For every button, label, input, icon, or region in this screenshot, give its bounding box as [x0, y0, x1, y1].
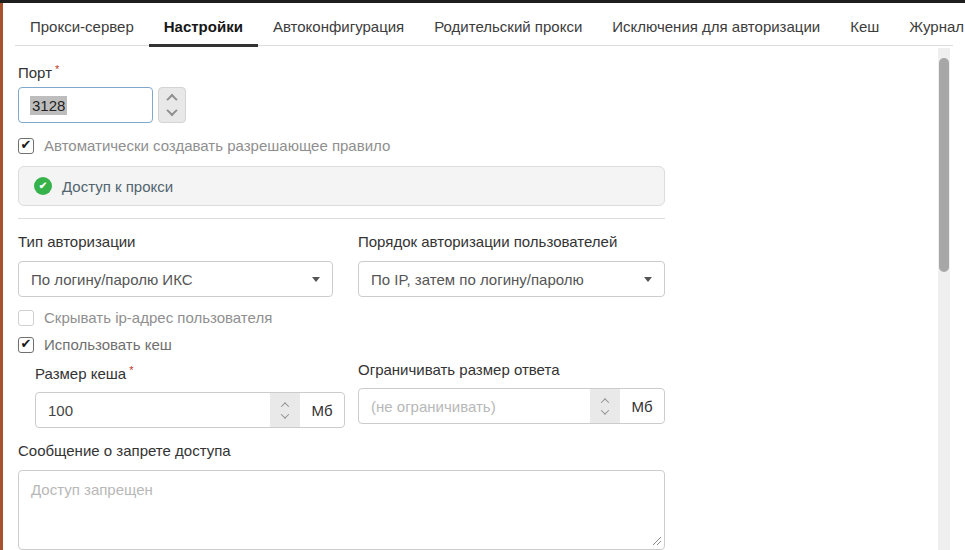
- auth-type-value: По логину/паролю ИКС: [31, 271, 312, 288]
- dropdown-caret-icon: [312, 277, 320, 282]
- spinner-down-icon[interactable]: [166, 105, 177, 116]
- deny-message-wrap: [18, 470, 665, 550]
- port-label-text: Порт: [18, 64, 52, 81]
- response-limit-stepper[interactable]: [590, 389, 620, 423]
- access-rule-label: Доступ к прокси: [62, 178, 173, 195]
- response-limit-field: Ограничивать размер ответа (не ограничив…: [358, 361, 665, 428]
- response-limit-input[interactable]: (не ограничивать): [359, 389, 590, 423]
- checkbox-unchecked-icon[interactable]: [18, 310, 34, 326]
- dropdown-caret-icon: [644, 277, 652, 282]
- required-marker: *: [129, 364, 133, 376]
- tab-settings[interactable]: Настройки: [149, 14, 258, 45]
- tab-cache[interactable]: Кеш: [835, 14, 894, 45]
- port-stepper[interactable]: [158, 87, 186, 123]
- auth-order-field: Порядок авторизации пользователей По IP,…: [358, 233, 665, 297]
- spinner-down-icon[interactable]: [281, 410, 289, 418]
- tab-log[interactable]: Журнал: [894, 14, 965, 45]
- proxy-settings-window: Прокси-сервер Настройки Автоконфигурация…: [0, 0, 965, 550]
- check-glyph: ✔: [39, 181, 47, 191]
- spinner-up-icon[interactable]: [601, 398, 609, 406]
- spinner-down-icon[interactable]: [601, 406, 609, 414]
- auth-order-label: Порядок авторизации пользователей: [358, 233, 665, 251]
- auth-type-select[interactable]: По логину/паролю ИКС: [18, 261, 333, 297]
- response-limit-label: Ограничивать размер ответа: [358, 361, 665, 379]
- tab-autoconfig[interactable]: Автоконфигурация: [258, 14, 419, 45]
- cache-row: Размер кеша* 100 Мб Ограничивать размер …: [35, 361, 665, 428]
- auth-order-value: По IP, затем по логину/паролю: [371, 271, 644, 288]
- cache-size-input[interactable]: 100: [36, 393, 270, 427]
- cache-size-stepper[interactable]: [270, 393, 300, 427]
- spinner-up-icon[interactable]: [281, 402, 289, 410]
- cache-size-field: Размер кеша* 100 Мб: [35, 361, 345, 428]
- tab-auth-exceptions[interactable]: Исключения для авторизации: [597, 14, 835, 45]
- scrollbar-thumb[interactable]: [939, 58, 949, 272]
- tab-parent-proxy[interactable]: Родительский прокси: [419, 14, 597, 45]
- check-glyph: ✔: [21, 138, 32, 151]
- auto-rule-checkbox[interactable]: ✔ Автоматически создавать разрешающее пр…: [18, 137, 665, 154]
- deny-message-label: Сообщение о запрете доступа: [18, 442, 665, 460]
- response-limit-unit: Мб: [620, 389, 664, 423]
- checkbox-checked-icon[interactable]: ✔: [18, 337, 34, 353]
- use-cache-checkbox[interactable]: ✔ Использовать кеш: [18, 336, 665, 353]
- section-divider: [18, 218, 665, 219]
- response-limit-input-group: (не ограничивать) Мб: [358, 388, 665, 424]
- success-check-circle-icon: ✔: [34, 177, 52, 195]
- auth-type-field: Тип авторизации По логину/паролю ИКС: [18, 233, 333, 297]
- cache-size-input-group: 100 Мб: [35, 392, 345, 428]
- use-cache-label: Использовать кеш: [44, 336, 172, 353]
- auth-type-label: Тип авторизации: [18, 233, 333, 251]
- settings-form: Порт* 3128 ✔ Автоматически создавать раз…: [18, 60, 665, 550]
- spinner-up-icon[interactable]: [166, 94, 177, 105]
- auto-rule-label: Автоматически создавать разрешающее прав…: [44, 137, 390, 154]
- auth-row: Тип авторизации По логину/паролю ИКС Пор…: [18, 233, 665, 297]
- top-edge: [0, 0, 965, 3]
- deny-message-textarea[interactable]: [18, 470, 665, 550]
- checkbox-checked-icon[interactable]: ✔: [18, 138, 34, 154]
- port-input[interactable]: 3128: [18, 87, 153, 123]
- cache-size-label-text: Размер кеша: [35, 365, 126, 382]
- tab-bar: Прокси-сервер Настройки Автоконфигурация…: [15, 0, 953, 46]
- auth-order-select[interactable]: По IP, затем по логину/паролю: [358, 261, 665, 297]
- access-rule-panel[interactable]: ✔ Доступ к прокси: [18, 166, 665, 206]
- port-value-selected: 3128: [30, 96, 67, 115]
- port-label: Порт*: [18, 60, 665, 82]
- left-accent-edge: [0, 0, 3, 550]
- resize-handle-icon[interactable]: [651, 535, 662, 546]
- port-row: 3128: [18, 87, 665, 123]
- cache-size-label: Размер кеша*: [35, 361, 345, 383]
- tab-proxy-server[interactable]: Прокси-сервер: [15, 14, 149, 45]
- check-glyph: ✔: [21, 337, 32, 350]
- required-marker: *: [55, 63, 59, 75]
- hide-ip-checkbox[interactable]: Скрывать ip-адрес пользователя: [18, 309, 665, 326]
- hide-ip-label: Скрывать ip-адрес пользователя: [44, 309, 272, 326]
- cache-size-unit: Мб: [300, 393, 344, 427]
